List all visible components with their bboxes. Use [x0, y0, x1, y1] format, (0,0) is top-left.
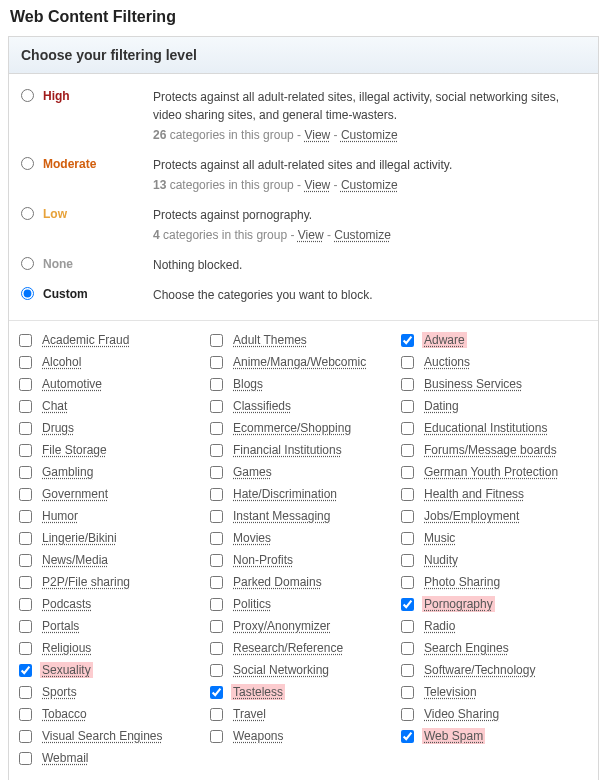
category-label-sports[interactable]: Sports: [40, 684, 79, 700]
category-label-adware[interactable]: Adware: [422, 332, 467, 348]
category-label-portals[interactable]: Portals: [40, 618, 81, 634]
level-customize-link-moderate[interactable]: Customize: [341, 178, 398, 192]
category-checkbox-government[interactable]: [19, 488, 32, 501]
category-label-business-services[interactable]: Business Services: [422, 376, 524, 392]
category-label-government[interactable]: Government: [40, 486, 110, 502]
level-radio-moderate[interactable]: [21, 157, 34, 170]
category-label-movies[interactable]: Movies: [231, 530, 273, 546]
category-checkbox-adult-themes[interactable]: [210, 334, 223, 347]
category-label-travel[interactable]: Travel: [231, 706, 268, 722]
category-checkbox-tobacco[interactable]: [19, 708, 32, 721]
category-label-forums-message-boards[interactable]: Forums/Message boards: [422, 442, 559, 458]
level-customize-link-low[interactable]: Customize: [334, 228, 391, 242]
category-label-radio[interactable]: Radio: [422, 618, 457, 634]
category-checkbox-hate-discrimination[interactable]: [210, 488, 223, 501]
category-checkbox-weapons[interactable]: [210, 730, 223, 743]
category-label-file-storage[interactable]: File Storage: [40, 442, 109, 458]
category-label-tobacco[interactable]: Tobacco: [40, 706, 89, 722]
category-checkbox-search-engines[interactable]: [401, 642, 414, 655]
category-checkbox-p2p-file-sharing[interactable]: [19, 576, 32, 589]
category-label-web-spam[interactable]: Web Spam: [422, 728, 485, 744]
category-checkbox-ecommerce-shopping[interactable]: [210, 422, 223, 435]
category-checkbox-webmail[interactable]: [19, 752, 32, 765]
category-label-photo-sharing[interactable]: Photo Sharing: [422, 574, 502, 590]
category-checkbox-software-technology[interactable]: [401, 664, 414, 677]
category-checkbox-politics[interactable]: [210, 598, 223, 611]
category-label-academic-fraud[interactable]: Academic Fraud: [40, 332, 131, 348]
category-label-sexuality[interactable]: Sexuality: [40, 662, 93, 678]
level-customize-link-high[interactable]: Customize: [341, 128, 398, 142]
category-checkbox-blogs[interactable]: [210, 378, 223, 391]
level-view-link-moderate[interactable]: View: [304, 178, 330, 192]
category-label-podcasts[interactable]: Podcasts: [40, 596, 93, 612]
category-label-weapons[interactable]: Weapons: [231, 728, 285, 744]
category-checkbox-dating[interactable]: [401, 400, 414, 413]
category-checkbox-news-media[interactable]: [19, 554, 32, 567]
category-checkbox-adware[interactable]: [401, 334, 414, 347]
category-label-german-youth-protection[interactable]: German Youth Protection: [422, 464, 560, 480]
category-label-financial-institutions[interactable]: Financial Institutions: [231, 442, 344, 458]
category-checkbox-alcohol[interactable]: [19, 356, 32, 369]
category-checkbox-lingerie-bikini[interactable]: [19, 532, 32, 545]
category-checkbox-file-storage[interactable]: [19, 444, 32, 457]
category-label-video-sharing[interactable]: Video Sharing: [422, 706, 501, 722]
category-label-dating[interactable]: Dating: [422, 398, 461, 414]
category-checkbox-web-spam[interactable]: [401, 730, 414, 743]
category-label-alcohol[interactable]: Alcohol: [40, 354, 83, 370]
category-label-non-profits[interactable]: Non-Profits: [231, 552, 295, 568]
category-checkbox-humor[interactable]: [19, 510, 32, 523]
category-checkbox-sexuality[interactable]: [19, 664, 32, 677]
category-label-automotive[interactable]: Automotive: [40, 376, 104, 392]
category-label-tasteless[interactable]: Tasteless: [231, 684, 285, 700]
category-label-politics[interactable]: Politics: [231, 596, 273, 612]
category-checkbox-travel[interactable]: [210, 708, 223, 721]
category-label-search-engines[interactable]: Search Engines: [422, 640, 511, 656]
category-checkbox-photo-sharing[interactable]: [401, 576, 414, 589]
category-checkbox-jobs-employment[interactable]: [401, 510, 414, 523]
category-label-drugs[interactable]: Drugs: [40, 420, 76, 436]
category-checkbox-parked-domains[interactable]: [210, 576, 223, 589]
category-checkbox-tasteless[interactable]: [210, 686, 223, 699]
category-checkbox-video-sharing[interactable]: [401, 708, 414, 721]
category-checkbox-portals[interactable]: [19, 620, 32, 633]
category-label-music[interactable]: Music: [422, 530, 457, 546]
category-label-research-reference[interactable]: Research/Reference: [231, 640, 345, 656]
category-checkbox-proxy-anonymizer[interactable]: [210, 620, 223, 633]
category-label-adult-themes[interactable]: Adult Themes: [231, 332, 309, 348]
category-label-health-and-fitness[interactable]: Health and Fitness: [422, 486, 526, 502]
category-checkbox-german-youth-protection[interactable]: [401, 466, 414, 479]
category-label-lingerie-bikini[interactable]: Lingerie/Bikini: [40, 530, 119, 546]
category-checkbox-auctions[interactable]: [401, 356, 414, 369]
category-label-software-technology[interactable]: Software/Technology: [422, 662, 537, 678]
category-label-television[interactable]: Television: [422, 684, 479, 700]
category-checkbox-health-and-fitness[interactable]: [401, 488, 414, 501]
category-checkbox-television[interactable]: [401, 686, 414, 699]
category-checkbox-gambling[interactable]: [19, 466, 32, 479]
category-checkbox-research-reference[interactable]: [210, 642, 223, 655]
category-label-ecommerce-shopping[interactable]: Ecommerce/Shopping: [231, 420, 353, 436]
category-checkbox-visual-search-engines[interactable]: [19, 730, 32, 743]
category-label-news-media[interactable]: News/Media: [40, 552, 110, 568]
category-checkbox-pornography[interactable]: [401, 598, 414, 611]
level-radio-custom[interactable]: [21, 287, 34, 300]
category-label-nudity[interactable]: Nudity: [422, 552, 460, 568]
category-checkbox-sports[interactable]: [19, 686, 32, 699]
category-checkbox-chat[interactable]: [19, 400, 32, 413]
category-checkbox-drugs[interactable]: [19, 422, 32, 435]
category-label-social-networking[interactable]: Social Networking: [231, 662, 331, 678]
category-label-anime-manga-webcomic[interactable]: Anime/Manga/Webcomic: [231, 354, 368, 370]
level-radio-low[interactable]: [21, 207, 34, 220]
category-checkbox-anime-manga-webcomic[interactable]: [210, 356, 223, 369]
level-radio-none[interactable]: [21, 257, 34, 270]
category-checkbox-social-networking[interactable]: [210, 664, 223, 677]
category-label-hate-discrimination[interactable]: Hate/Discrimination: [231, 486, 339, 502]
category-checkbox-instant-messaging[interactable]: [210, 510, 223, 523]
category-checkbox-movies[interactable]: [210, 532, 223, 545]
category-label-jobs-employment[interactable]: Jobs/Employment: [422, 508, 521, 524]
category-checkbox-business-services[interactable]: [401, 378, 414, 391]
level-view-link-high[interactable]: View: [304, 128, 330, 142]
category-checkbox-non-profits[interactable]: [210, 554, 223, 567]
category-label-webmail[interactable]: Webmail: [40, 750, 90, 766]
category-label-visual-search-engines[interactable]: Visual Search Engines: [40, 728, 165, 744]
category-label-blogs[interactable]: Blogs: [231, 376, 265, 392]
